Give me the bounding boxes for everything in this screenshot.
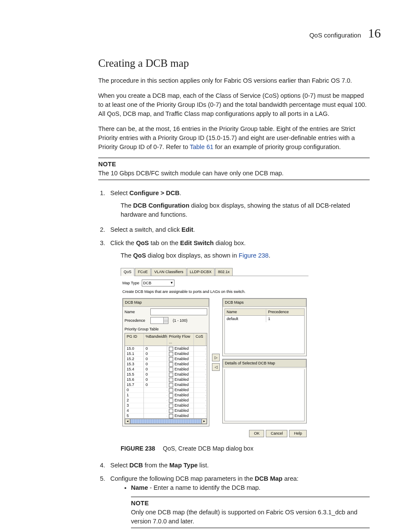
tab-fcoe[interactable]: FCoE [135,268,151,276]
note-body: Only one DCB map (the default) is suppor… [131,509,358,525]
tab-strip: QoS FCoE VLAN Classifiers LLDP-DCBX 802.… [121,268,308,276]
precedence-range: (1 - 100) [173,318,187,324]
note-block-1: NOTE The 10 Gbps DCB/FC switch module ca… [98,158,370,180]
note-label: NOTE [131,500,149,507]
move-right-button[interactable]: ▷ [212,354,220,361]
maptype-dropdown[interactable]: DCB ▼ [142,280,174,286]
note-label: NOTE [98,161,116,168]
step-2: Select a switch, and click Edit. [107,225,370,234]
step-3-sub: The QoS dialog box displays, as shown in… [121,251,370,260]
panel-dcb-map: DCB Map Name Precedence 1 (1 - 100) [122,298,209,426]
tab-lldp[interactable]: LLDP-DCBX [187,268,215,276]
bullet-name: Name - Enter a name to identify the DCB … [131,483,370,492]
precedence-label: Precedence [125,318,148,324]
link-figure-238[interactable]: Figure 238 [239,252,268,259]
scroll-right-icon[interactable]: ▸ [202,419,207,424]
para-1: The procedure in this section applies on… [98,76,370,85]
step-4: Select DCB from the Map Type list. [107,461,370,470]
header-topic: QoS configuration [309,31,361,40]
name-input[interactable] [150,308,207,315]
step-3: Click the QoS tab on the Edit Switch dia… [107,239,370,453]
step-1: Select Configure > DCB. The DCB Configur… [107,189,370,219]
header-chapter: 16 [368,24,381,43]
tab-vlan[interactable]: VLAN Classifiers [151,268,187,276]
scroll-left-icon[interactable]: ◂ [125,419,130,424]
cancel-button[interactable]: Cancel [266,430,287,437]
note-body: The 10 Gbps DCB/FC switch module can hav… [98,170,283,177]
pg-title: Priority Group Table [125,327,207,332]
help-button[interactable]: Help [289,430,307,437]
panel-dcb-maps: DCB Maps Name Precedence default 1 [222,298,307,356]
ok-button[interactable]: OK [249,430,264,437]
steps-list: Select Configure > DCB. The DCB Configur… [98,189,370,528]
chevron-down-icon: ▼ [170,280,173,286]
precedence-spinner[interactable]: 1 [150,317,168,324]
section-title: Creating a DCB map [98,56,370,71]
figure-238: QoS FCoE VLAN Classifiers LLDP-DCBX 802.… [121,268,308,441]
hint-text: Create DCB Maps that are assignable to p… [122,289,307,295]
tab-8021x[interactable]: 802.1x [215,268,233,276]
tab-qos[interactable]: QoS [121,268,134,276]
para-3: There can be, at the most, 16 entries in… [98,124,370,152]
note-block-2: NOTE Only one DCB map (the default) is s… [131,497,370,528]
step-1-sub: The DCB Configuration dialog box display… [121,201,370,219]
pg-table: PG ID %Bandwidth Priority Flow ... CoS 1… [125,333,207,424]
step-5: Configure the following DCB map paramete… [107,474,370,528]
panel-details: Details of Selected DCB Map [222,359,307,423]
table-row[interactable]: default 1 [225,316,304,322]
move-left-button[interactable]: ◁ [212,363,220,371]
h-scrollbar[interactable]: ◂ ▸ [125,418,207,424]
link-table-61[interactable]: Table 61 [190,143,213,150]
page-header: QoS configuration 16 [30,24,381,43]
figure-caption: FIGURE 238 QoS, Create DCB Map dialog bo… [121,444,370,453]
maptype-label: Map Type [122,280,139,286]
name-label: Name [125,309,148,315]
para-2: When you create a DCB map, each of the C… [98,91,370,118]
